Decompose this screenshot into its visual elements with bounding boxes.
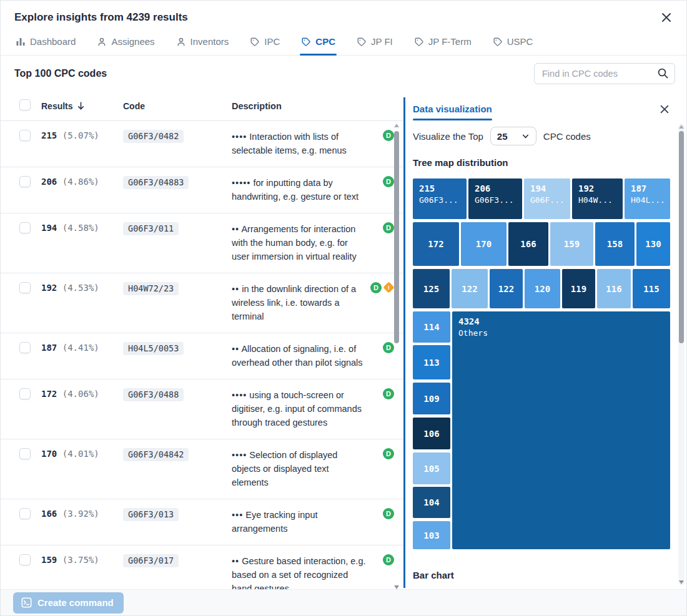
treemap-tile[interactable]: 122 — [452, 269, 488, 308]
treemap-tile[interactable]: 114 — [413, 311, 450, 343]
result-percent: (4.58%) — [62, 223, 99, 233]
row-checkbox[interactable] — [19, 388, 31, 399]
scroll-thumb[interactable] — [394, 131, 399, 343]
treemap-tile[interactable]: 159 — [550, 222, 593, 266]
treemap-tile[interactable]: 104 — [413, 487, 450, 518]
tab-assignees[interactable]: Assignees — [96, 32, 156, 55]
cpc-code-chip[interactable]: G06F3/017 — [123, 554, 179, 567]
top-n-select[interactable]: 25 — [490, 127, 536, 145]
tile-value: 106 — [423, 429, 439, 439]
tab-data-visualization[interactable]: Data visualization — [413, 99, 492, 120]
tab-dashboard[interactable]: Dashboard — [14, 32, 77, 55]
create-command-button[interactable]: Create command — [13, 592, 124, 614]
row-checkbox[interactable] — [19, 448, 31, 459]
definition-badge[interactable]: D — [383, 448, 394, 459]
definition-badge[interactable]: D — [383, 222, 394, 233]
sort-desc-icon[interactable] — [76, 101, 86, 110]
scroll-up-arrow[interactable] — [394, 124, 399, 127]
treemap-tile[interactable]: 125 — [413, 269, 450, 308]
definition-badge[interactable]: D — [370, 282, 382, 293]
footer-bar: Create command — [1, 589, 686, 615]
treemap-tile[interactable]: 158 — [595, 222, 635, 266]
visualize-top-label: Visualize the Top — [413, 131, 483, 142]
cpc-code-chip[interactable]: G06F3/04842 — [123, 448, 189, 461]
panel-close-icon[interactable] — [659, 104, 670, 115]
treemap-tile[interactable]: 170 — [461, 222, 507, 266]
treemap-tile[interactable]: 166 — [508, 222, 548, 266]
row-checkbox[interactable] — [19, 554, 31, 565]
definition-badge[interactable]: D — [383, 342, 394, 353]
row-checkbox[interactable] — [19, 176, 31, 187]
definition-badge[interactable]: D — [383, 508, 394, 519]
row-checkbox[interactable] — [19, 282, 31, 293]
table-row: 206 (4.86%)G06F3/04883••••• for inputtin… — [1, 167, 403, 213]
tile-value: 114 — [423, 322, 439, 332]
treemap-tile[interactable]: 103 — [413, 521, 450, 549]
tile-code: H04W... — [578, 195, 616, 205]
tile-value: 109 — [423, 394, 439, 404]
tab-inventors[interactable]: Inventors — [175, 32, 230, 55]
tile-value: 125 — [423, 284, 439, 294]
cpc-code-chip[interactable]: H04L5/0053 — [123, 342, 184, 355]
tab-cpc[interactable]: CPC — [300, 32, 337, 55]
row-checkbox[interactable] — [19, 130, 31, 141]
treemap-tile[interactable]: 130 — [636, 222, 670, 266]
table-scrollbar[interactable] — [393, 122, 400, 590]
row-checkbox[interactable] — [19, 508, 31, 519]
tile-code: G06F3... — [419, 195, 460, 205]
tile-value: 187 — [631, 183, 664, 193]
cpc-code-chip[interactable]: G06F3/013 — [123, 508, 179, 521]
treemap-tile[interactable]: 115 — [633, 269, 670, 308]
cpc-code-chip[interactable]: G06F3/04883 — [123, 176, 189, 189]
cpc-code-chip[interactable]: G06F3/011 — [123, 222, 179, 235]
treemap-tile[interactable]: 192H04W... — [572, 178, 623, 219]
definition-badge[interactable]: D — [383, 554, 394, 565]
select-all-checkbox[interactable] — [19, 99, 31, 110]
tab-uspc[interactable]: USPC — [492, 32, 535, 55]
treemap-tile[interactable]: 116 — [597, 269, 631, 308]
treemap-tile[interactable]: 105 — [413, 452, 450, 484]
table-row: 187 (4.41%)H04L5/0053•• Allocation of si… — [1, 333, 403, 379]
treemap-tile[interactable]: 215G06F3... — [413, 178, 467, 219]
treemap-tile[interactable]: 109 — [413, 383, 450, 414]
treemap-tile[interactable]: 119 — [562, 269, 595, 308]
insights-modal: Explore insights from 4239 results Dashb… — [0, 0, 687, 616]
row-checkbox[interactable] — [19, 222, 31, 233]
definition-badge[interactable]: D — [383, 130, 394, 141]
tab-ipc[interactable]: IPC — [249, 32, 281, 55]
treemap-tile[interactable]: 187H04L... — [625, 178, 670, 219]
tile-value: 113 — [423, 358, 439, 368]
definition-badge[interactable]: D — [383, 176, 394, 187]
search-input[interactable] — [534, 63, 675, 84]
tab-jp-f-term[interactable]: JP F-Term — [413, 32, 473, 55]
panel-scrollbar[interactable] — [678, 124, 685, 585]
cpc-code-chip[interactable]: H04W72/23 — [123, 282, 179, 295]
treemap-tile[interactable]: 194G06F... — [524, 178, 570, 219]
treemap-tile[interactable]: 106 — [413, 418, 450, 449]
treemap-tile[interactable]: 113 — [413, 345, 450, 379]
result-count: 170 — [41, 449, 57, 459]
panel-scroll-down-arrow[interactable] — [679, 580, 684, 584]
treemap-tile[interactable]: 172 — [413, 222, 459, 266]
treemap-tile[interactable]: 206G06F3... — [468, 178, 522, 219]
definition-badge[interactable]: D — [383, 388, 394, 399]
tab-jp-fi[interactable]: JP FI — [355, 32, 394, 55]
treemap-tile[interactable]: 4324Others — [452, 311, 670, 549]
cpc-code-chip[interactable]: G06F3/0482 — [123, 130, 184, 143]
column-header-results[interactable]: Results — [41, 101, 73, 111]
panel-scroll-thumb[interactable] — [679, 131, 684, 343]
search-icon[interactable] — [657, 67, 669, 79]
search-box — [534, 63, 675, 84]
result-percent: (3.92%) — [62, 509, 99, 519]
panel-scroll-up-arrow[interactable] — [679, 125, 684, 129]
cpc-code-chip[interactable]: G06F3/0488 — [123, 388, 184, 401]
treemap-tile[interactable]: 122 — [490, 269, 523, 308]
table-body: 215 (5.07%)G06F3/0482•••• Interaction wi… — [1, 121, 403, 590]
treemap-tile[interactable]: 120 — [525, 269, 560, 308]
tab-label: JP F-Term — [428, 36, 472, 47]
results-cell: 159 (3.75%) — [41, 554, 123, 565]
modal-close-icon[interactable] — [660, 11, 673, 24]
row-checkbox[interactable] — [19, 342, 31, 353]
warning-badge[interactable]: ! — [383, 281, 394, 293]
column-header-code: Code — [123, 101, 232, 111]
